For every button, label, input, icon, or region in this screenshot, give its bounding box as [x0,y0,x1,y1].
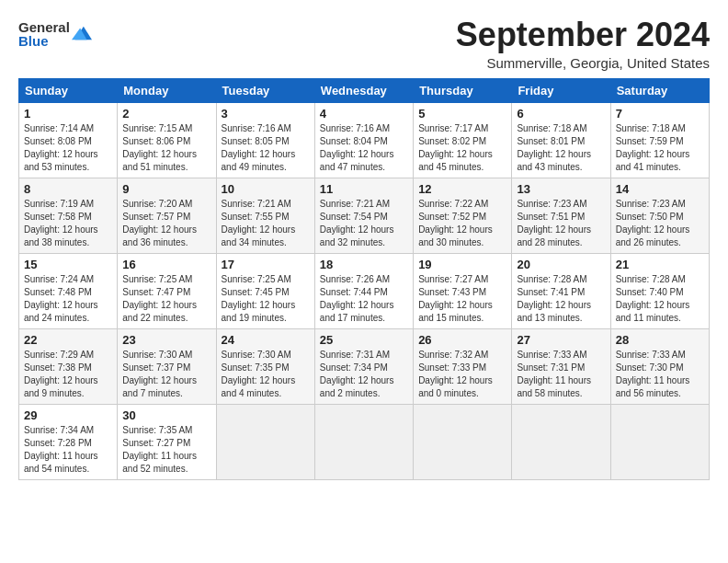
day-number: 28 [616,333,704,347]
day-info: Sunrise: 7:25 AM Sunset: 7:47 PM Dayligh… [122,274,197,323]
day-cell: 19Sunrise: 7:27 AM Sunset: 7:43 PM Dayli… [414,253,512,328]
week-row-5: 29Sunrise: 7:34 AM Sunset: 7:28 PM Dayli… [19,404,710,479]
day-number: 21 [616,258,704,271]
logo: General Blue [18,20,92,48]
day-cell: 22Sunrise: 7:29 AM Sunset: 7:38 PM Dayli… [19,328,118,404]
header-row: Sunday Monday Tuesday Wednesday Thursday… [19,78,710,102]
day-number: 10 [222,182,310,196]
day-info: Sunrise: 7:35 AM Sunset: 7:27 PM Dayligh… [122,425,197,474]
day-info: Sunrise: 7:14 AM Sunset: 8:08 PM Dayligh… [24,123,98,172]
week-row-4: 22Sunrise: 7:29 AM Sunset: 7:38 PM Dayli… [19,328,710,404]
week-row-1: 1Sunrise: 7:14 AM Sunset: 8:08 PM Daylig… [19,102,710,178]
day-info: Sunrise: 7:31 AM Sunset: 7:34 PM Dayligh… [320,350,394,398]
day-cell: 28Sunrise: 7:33 AM Sunset: 7:30 PM Dayli… [610,328,709,404]
col-friday: Friday [512,78,610,102]
day-info: Sunrise: 7:16 AM Sunset: 8:04 PM Dayligh… [320,123,394,172]
day-cell: 20Sunrise: 7:28 AM Sunset: 7:41 PM Dayli… [512,253,610,328]
day-cell: 15Sunrise: 7:24 AM Sunset: 7:48 PM Dayli… [19,253,118,328]
calendar-table: Sunday Monday Tuesday Wednesday Thursday… [18,78,710,480]
day-info: Sunrise: 7:20 AM Sunset: 7:57 PM Dayligh… [122,199,197,247]
col-thursday: Thursday [414,78,512,102]
day-number: 6 [517,107,605,121]
col-tuesday: Tuesday [216,78,314,102]
day-number: 18 [320,258,408,271]
day-number: 24 [222,333,310,347]
day-info: Sunrise: 7:21 AM Sunset: 7:54 PM Dayligh… [320,199,394,247]
calendar-title: September 2024 [456,17,710,53]
col-sunday: Sunday [19,78,118,102]
day-cell [414,404,512,479]
day-info: Sunrise: 7:19 AM Sunset: 7:58 PM Dayligh… [24,199,98,247]
day-cell: 24Sunrise: 7:30 AM Sunset: 7:35 PM Dayli… [216,328,314,404]
col-saturday: Saturday [610,78,709,102]
day-number: 29 [24,408,112,422]
day-info: Sunrise: 7:24 AM Sunset: 7:48 PM Dayligh… [24,274,98,323]
day-cell [512,404,610,479]
day-number: 7 [616,107,704,121]
day-info: Sunrise: 7:18 AM Sunset: 7:59 PM Dayligh… [616,123,690,172]
day-cell: 30Sunrise: 7:35 AM Sunset: 7:27 PM Dayli… [118,404,216,479]
day-number: 17 [222,258,310,271]
day-number: 11 [320,182,408,196]
day-cell: 9Sunrise: 7:20 AM Sunset: 7:57 PM Daylig… [118,178,216,253]
day-cell: 21Sunrise: 7:28 AM Sunset: 7:40 PM Dayli… [610,253,709,328]
day-info: Sunrise: 7:16 AM Sunset: 8:05 PM Dayligh… [222,123,296,172]
day-number: 12 [418,182,506,196]
day-cell: 4Sunrise: 7:16 AM Sunset: 8:04 PM Daylig… [314,102,413,178]
day-info: Sunrise: 7:33 AM Sunset: 7:31 PM Dayligh… [517,350,591,398]
day-number: 13 [517,182,605,196]
day-info: Sunrise: 7:15 AM Sunset: 8:06 PM Dayligh… [122,123,197,172]
day-info: Sunrise: 7:29 AM Sunset: 7:38 PM Dayligh… [24,350,98,398]
day-info: Sunrise: 7:27 AM Sunset: 7:43 PM Dayligh… [418,274,493,323]
day-info: Sunrise: 7:23 AM Sunset: 7:51 PM Dayligh… [517,199,591,247]
day-cell: 14Sunrise: 7:23 AM Sunset: 7:50 PM Dayli… [610,178,709,253]
day-number: 2 [122,107,210,121]
day-info: Sunrise: 7:25 AM Sunset: 7:45 PM Dayligh… [222,274,296,323]
day-cell: 2Sunrise: 7:15 AM Sunset: 8:06 PM Daylig… [118,102,216,178]
day-cell: 25Sunrise: 7:31 AM Sunset: 7:34 PM Dayli… [314,328,413,404]
logo-text: General Blue [18,20,70,48]
day-number: 23 [122,333,210,347]
day-info: Sunrise: 7:33 AM Sunset: 7:30 PM Dayligh… [616,350,690,398]
day-cell: 18Sunrise: 7:26 AM Sunset: 7:44 PM Dayli… [314,253,413,328]
day-number: 16 [122,258,210,271]
day-number: 14 [616,182,704,196]
day-info: Sunrise: 7:21 AM Sunset: 7:55 PM Dayligh… [222,199,296,247]
day-cell: 6Sunrise: 7:18 AM Sunset: 8:01 PM Daylig… [512,102,610,178]
day-info: Sunrise: 7:26 AM Sunset: 7:44 PM Dayligh… [320,274,394,323]
day-number: 9 [122,182,210,196]
day-cell [314,404,413,479]
day-number: 20 [517,258,605,271]
title-block: September 2024 Summerville, Georgia, Uni… [456,17,710,71]
col-wednesday: Wednesday [314,78,413,102]
day-cell [610,404,709,479]
calendar-subtitle: Summerville, Georgia, United States [456,55,710,71]
day-number: 30 [122,408,210,422]
day-number: 26 [418,333,506,347]
day-info: Sunrise: 7:23 AM Sunset: 7:50 PM Dayligh… [616,199,690,247]
col-monday: Monday [118,78,216,102]
week-row-3: 15Sunrise: 7:24 AM Sunset: 7:48 PM Dayli… [19,253,710,328]
day-number: 5 [418,107,506,121]
day-number: 15 [24,258,112,271]
logo-blue: Blue [18,34,70,48]
day-info: Sunrise: 7:28 AM Sunset: 7:41 PM Dayligh… [517,274,591,323]
day-cell: 11Sunrise: 7:21 AM Sunset: 7:54 PM Dayli… [314,178,413,253]
day-number: 19 [418,258,506,271]
day-cell: 10Sunrise: 7:21 AM Sunset: 7:55 PM Dayli… [216,178,314,253]
logo-general: General [18,20,70,34]
day-number: 27 [517,333,605,347]
day-cell: 26Sunrise: 7:32 AM Sunset: 7:33 PM Dayli… [414,328,512,404]
day-number: 8 [24,182,112,196]
day-info: Sunrise: 7:18 AM Sunset: 8:01 PM Dayligh… [517,123,591,172]
day-number: 3 [222,107,310,121]
day-cell: 17Sunrise: 7:25 AM Sunset: 7:45 PM Dayli… [216,253,314,328]
day-info: Sunrise: 7:32 AM Sunset: 7:33 PM Dayligh… [418,350,493,398]
day-number: 25 [320,333,408,347]
logo-icon [72,23,92,43]
day-cell: 12Sunrise: 7:22 AM Sunset: 7:52 PM Dayli… [414,178,512,253]
day-cell: 1Sunrise: 7:14 AM Sunset: 8:08 PM Daylig… [19,102,118,178]
day-info: Sunrise: 7:22 AM Sunset: 7:52 PM Dayligh… [418,199,493,247]
day-number: 1 [24,107,112,121]
day-cell: 29Sunrise: 7:34 AM Sunset: 7:28 PM Dayli… [19,404,118,479]
